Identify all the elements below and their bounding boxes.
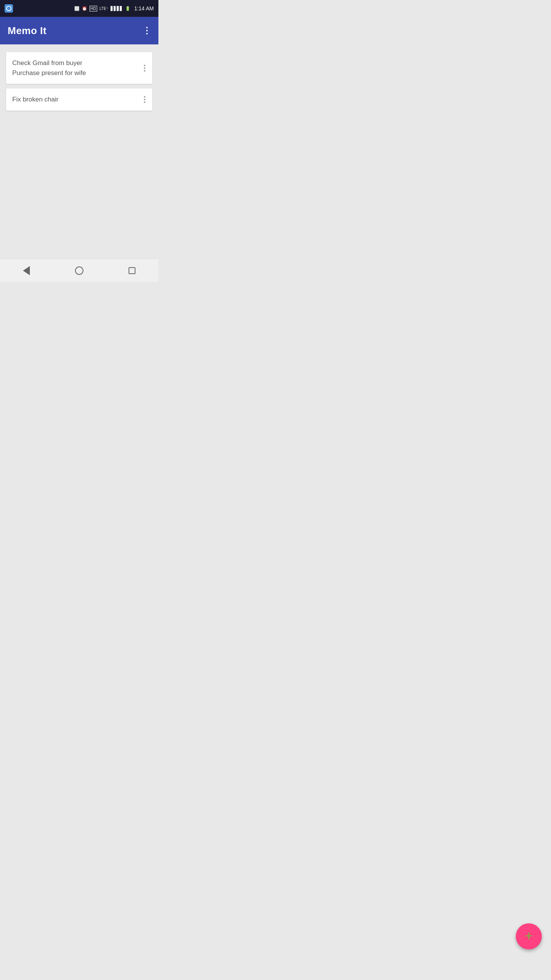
back-icon <box>23 266 30 275</box>
recents-icon <box>129 267 135 274</box>
app-title: Memo It <box>8 25 47 37</box>
memo-2-dot-2 <box>144 99 145 100</box>
signal-icon: ▋▋▋▋ <box>111 6 123 11</box>
memo-1-line-1: Check Gmail from buyer <box>12 59 82 67</box>
memo-1-text: Check Gmail from buyer Purchase present … <box>12 58 134 78</box>
navigation-bar <box>0 259 158 282</box>
overflow-dot-3 <box>146 33 148 34</box>
memo-2-dot-3 <box>144 101 145 103</box>
hd-icon: HD <box>90 6 97 11</box>
memo-1-line-2: Purchase present for wife <box>12 69 86 77</box>
clock: 1:14 AM <box>134 5 154 11</box>
memo-2-line-1: Fix broken chair <box>12 96 59 103</box>
memo-1-dot-1 <box>144 65 145 66</box>
memo-1-dot-3 <box>144 70 145 72</box>
home-icon <box>75 266 83 275</box>
recents-button[interactable] <box>124 262 140 279</box>
memo-2-dot-1 <box>144 96 145 98</box>
overflow-dot-2 <box>146 30 148 31</box>
memo-1-options-button[interactable] <box>141 62 148 75</box>
app-bar: Memo It <box>0 17 158 44</box>
memo-2-options-button[interactable] <box>141 93 148 106</box>
vibrate-icon: ⬜ <box>74 6 80 11</box>
alarm-icon: ⏰ <box>82 6 87 11</box>
overflow-dot-1 <box>146 27 148 28</box>
memo-1-dot-2 <box>144 67 145 69</box>
status-bar-right: ⬜ ⏰ HD LTE⁺ ▋▋▋▋ 🔋 1:14 AM <box>74 5 154 11</box>
memo-2-text: Fix broken chair <box>12 95 134 105</box>
memo-card-1[interactable]: Check Gmail from buyer Purchase present … <box>6 52 152 84</box>
app-status-icon <box>5 4 13 13</box>
lte-icon: LTE⁺ <box>99 7 108 11</box>
home-button[interactable] <box>71 262 88 279</box>
back-button[interactable] <box>18 262 35 279</box>
memo-card-2[interactable]: Fix broken chair <box>6 88 152 111</box>
status-bar-left <box>5 4 13 13</box>
battery-icon: 🔋 <box>125 6 130 11</box>
overflow-menu-button[interactable] <box>143 24 151 38</box>
status-bar: ⬜ ⏰ HD LTE⁺ ▋▋▋▋ 🔋 1:14 AM <box>0 0 158 17</box>
main-content: Check Gmail from buyer Purchase present … <box>0 44 158 259</box>
